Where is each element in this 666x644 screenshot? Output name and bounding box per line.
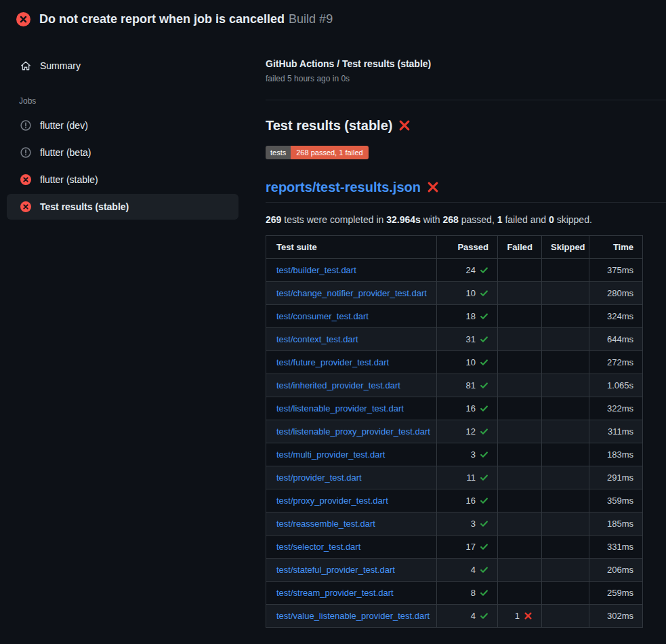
passed-cell: 4 (437, 558, 498, 581)
table-row: test/provider_test.dart11291ms (266, 466, 643, 489)
test-suite-link[interactable]: test/stateful_provider_test.dart (276, 565, 395, 575)
failed-circle-icon (16, 12, 30, 26)
skipped-cell (542, 397, 589, 420)
sidebar: Summary Jobs flutter (dev) flutter (beta… (0, 38, 266, 221)
time-cell-value: 206ms (607, 565, 633, 575)
sidebar-item-flutter-beta[interactable]: flutter (beta) (7, 140, 238, 165)
passed-cell: 31 (437, 327, 498, 350)
failed-cell (498, 443, 542, 466)
check-icon (480, 404, 488, 413)
passed-cell-value: 16 (466, 496, 476, 506)
failed-cell (498, 304, 542, 327)
cross-mark-icon (398, 119, 411, 132)
test-suite-link[interactable]: test/multi_provider_test.dart (276, 449, 385, 460)
table-row: test/listenable_provider_test.dart16322m… (266, 397, 643, 420)
time-cell: 375ms (589, 258, 643, 281)
failed-cell (498, 489, 542, 512)
time-cell: 322ms (589, 397, 643, 420)
suite-cell: test/reassemble_test.dart (266, 512, 437, 535)
test-suite-link[interactable]: test/builder_test.dart (276, 265, 356, 275)
test-suite-link[interactable]: test/inherited_provider_test.dart (276, 380, 400, 390)
passed-cell: 11 (437, 466, 498, 489)
time-cell-value: 331ms (607, 542, 633, 552)
skipped-cell (542, 420, 589, 443)
passed-cell: 16 (437, 489, 498, 512)
check-icon (480, 611, 488, 620)
table-row: test/consumer_test.dart18324ms (266, 304, 643, 327)
passed-cell-value: 3 (471, 449, 476, 460)
table-row: test/listenable_proxy_provider_test.dart… (266, 420, 643, 443)
passed-cell-value: 11 (467, 472, 476, 483)
check-icon (480, 427, 488, 436)
passed-cell-value: 10 (466, 288, 476, 298)
suite-cell: test/listenable_provider_test.dart (266, 397, 437, 420)
page-title: Do not create report when job is cancell… (39, 12, 333, 27)
time-cell: 291ms (589, 466, 643, 489)
time-cell-value: 280ms (607, 288, 633, 298)
check-icon (480, 289, 488, 298)
table-row: test/stateful_provider_test.dart4206ms (266, 558, 643, 581)
passed-cell-value: 31 (466, 334, 476, 344)
sidebar-item-test-results-stable[interactable]: Test results (stable) (7, 194, 238, 220)
check-icon (480, 266, 488, 275)
test-suite-link[interactable]: test/change_notifier_provider_test.dart (276, 288, 427, 298)
test-suite-link[interactable]: test/reassemble_test.dart (276, 519, 375, 529)
failed-cell (498, 581, 542, 604)
time-cell: 644ms (589, 327, 643, 350)
test-suite-link[interactable]: test/selector_test.dart (276, 542, 360, 552)
badge-value: 268 passed, 1 failed (291, 146, 368, 159)
passed-cell: 3 (437, 443, 498, 466)
check-icon (480, 542, 488, 551)
column-header-test-suite: Test suite (266, 235, 437, 258)
passed-cell-value: 4 (471, 565, 476, 575)
sidebar-item-label: flutter (beta) (40, 147, 91, 158)
table-row: test/context_test.dart31644ms (266, 327, 643, 350)
table-row: test/inherited_provider_test.dart811.065… (266, 374, 643, 397)
time-cell-value: 324ms (607, 311, 633, 321)
test-suite-link[interactable]: test/proxy_provider_test.dart (276, 496, 388, 506)
sidebar-item-flutter-dev[interactable]: flutter (dev) (7, 113, 238, 138)
test-suite-link[interactable]: test/listenable_provider_test.dart (276, 403, 404, 414)
time-cell-value: 272ms (607, 357, 633, 367)
time-cell: 272ms (589, 350, 643, 374)
time-cell-value: 259ms (607, 588, 633, 598)
test-suite-link[interactable]: test/future_provider_test.dart (276, 357, 389, 367)
check-icon (480, 496, 488, 505)
test-suite-link[interactable]: test/provider_test.dart (276, 472, 362, 483)
suite-cell: test/future_provider_test.dart (266, 350, 437, 374)
test-suite-link[interactable]: test/listenable_proxy_provider_test.dart (276, 426, 430, 437)
summary-segment: skipped. (554, 214, 592, 225)
report-title: reports/test-results.json (266, 180, 666, 203)
failed-circle-icon (20, 174, 31, 185)
check-title-text: Test results (stable) (266, 118, 392, 134)
suite-cell: test/change_notifier_provider_test.dart (266, 281, 437, 304)
column-header-skipped: Skipped (542, 235, 589, 258)
time-cell-value: 302ms (607, 611, 633, 621)
summary-segment: 269 (266, 214, 281, 225)
passed-cell: 8 (437, 581, 498, 604)
test-suite-link[interactable]: test/stream_provider_test.dart (276, 588, 394, 598)
skipped-cell (542, 535, 589, 558)
suite-cell: test/inherited_provider_test.dart (266, 374, 437, 397)
skipped-cell (542, 558, 589, 581)
suite-cell: test/consumer_test.dart (266, 304, 437, 327)
test-suite-link[interactable]: test/consumer_test.dart (276, 311, 369, 321)
time-cell-value: 185ms (607, 519, 633, 529)
passed-cell: 16 (437, 397, 498, 420)
main-content: GitHub Actions / Test results (stable) f… (266, 38, 666, 628)
failed-cell (498, 466, 542, 489)
check-icon (480, 358, 488, 367)
failed-cell (498, 327, 542, 350)
sidebar-item-summary[interactable]: Summary (7, 53, 238, 79)
passed-cell-value: 16 (466, 403, 476, 414)
report-file-link[interactable]: reports/test-results.json (266, 180, 421, 195)
breadcrumb: GitHub Actions / Test results (stable) (266, 58, 666, 69)
passed-cell: 4 (437, 604, 498, 627)
sidebar-item-label: flutter (dev) (40, 120, 88, 131)
time-cell: 183ms (589, 443, 643, 466)
table-row: test/stream_provider_test.dart8259ms (266, 581, 643, 604)
test-suite-link[interactable]: test/context_test.dart (276, 334, 358, 344)
sidebar-item-flutter-stable[interactable]: flutter (stable) (7, 167, 238, 193)
test-suite-link[interactable]: test/value_listenable_provider_test.dart (276, 611, 430, 621)
column-header-passed: Passed (437, 235, 498, 258)
